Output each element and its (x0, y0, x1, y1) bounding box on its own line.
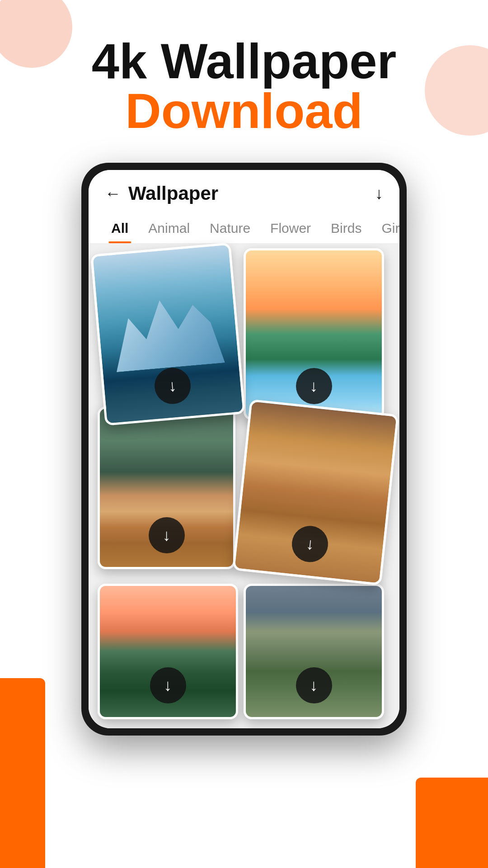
tab-girls[interactable]: Girls (371, 213, 399, 243)
tab-all[interactable]: All (101, 213, 138, 243)
phone-outer: ← Wallpaper ↓ All Animal Nature Flower B… (81, 163, 407, 736)
hero-section: 4k Wallpaper Download (0, 0, 488, 163)
download-circle-3[interactable]: ↓ (149, 517, 185, 553)
orange-corner-right (416, 778, 488, 868)
grid-row-2: ↓ ↓ (98, 406, 390, 578)
wallpaper-card-krishna[interactable]: ↓ (232, 399, 399, 585)
grid-row-3: ↓ ↓ (98, 584, 390, 719)
download-arrow-6: ↓ (310, 677, 318, 693)
download-circle-2[interactable]: ↓ (296, 368, 332, 404)
app-header: ← Wallpaper ↓ (89, 170, 399, 213)
wallpaper-grid: ↓ ↓ (89, 244, 399, 728)
download-circle-5[interactable]: ↓ (150, 667, 186, 703)
tab-nature[interactable]: Nature (200, 213, 260, 243)
wallpaper-card-road[interactable]: ↓ (244, 584, 384, 719)
orange-corner-left (0, 678, 45, 868)
category-tabs: All Animal Nature Flower Birds Girls (89, 213, 399, 244)
hero-title-download: Download (27, 86, 461, 136)
download-arrow-5: ↓ (164, 677, 172, 693)
wallpaper-card-waterfall[interactable]: ↓ (244, 248, 384, 420)
tab-animal[interactable]: Animal (138, 213, 200, 243)
hero-title-4k: 4k Wallpaper (27, 36, 461, 86)
download-circle-6[interactable]: ↓ (296, 667, 332, 703)
download-arrow-1: ↓ (168, 377, 177, 394)
wallpaper-card-valley[interactable]: ↓ (98, 584, 238, 719)
back-button[interactable]: ← (105, 184, 121, 203)
download-arrow-2: ↓ (310, 378, 318, 394)
phone-container: ← Wallpaper ↓ All Animal Nature Flower B… (72, 163, 416, 736)
phone-inner: ← Wallpaper ↓ All Animal Nature Flower B… (89, 170, 399, 728)
grid-row-1: ↓ ↓ (98, 248, 390, 420)
download-arrow-4: ↓ (305, 536, 315, 553)
tab-flower[interactable]: Flower (260, 213, 321, 243)
wallpaper-card-mountain[interactable]: ↓ (90, 242, 245, 426)
download-arrow-3: ↓ (163, 527, 171, 543)
app-title: Wallpaper (128, 183, 375, 204)
wallpaper-card-cats[interactable]: ↓ (98, 406, 235, 569)
global-download-button[interactable]: ↓ (375, 184, 383, 203)
tab-birds[interactable]: Birds (321, 213, 371, 243)
